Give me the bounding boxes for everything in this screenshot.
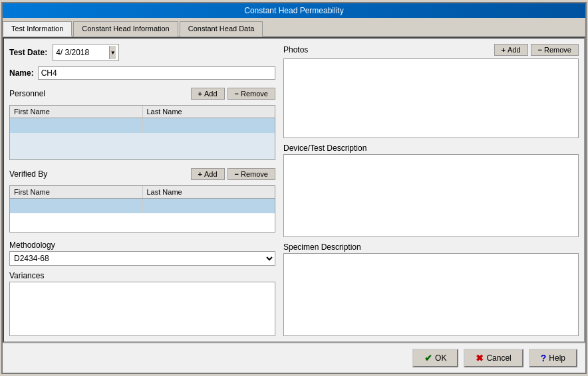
tab-test-information[interactable]: Test Information (3, 21, 72, 37)
device-description-section: Device/Test Description (283, 143, 579, 237)
test-date-input[interactable] (56, 48, 109, 57)
date-dropdown-btn[interactable]: ▼ (109, 46, 116, 59)
specimen-desc-label: Specimen Description (283, 242, 579, 252)
help-button[interactable]: ? Help (529, 349, 577, 367)
methodology-section: Methodology D2434-68 Other (9, 240, 275, 266)
cancel-label: Cancel (486, 353, 511, 363)
inner-content: Test Date: ▼ Name: Personnel + Add (3, 37, 585, 343)
tab-constant-head-information[interactable]: Constant Head Information (73, 21, 178, 37)
verified-remove-button[interactable]: − Remove (227, 168, 275, 180)
verified-add-button[interactable]: + Add (191, 168, 225, 180)
verified-grid-body (10, 199, 275, 232)
photos-btn-group: + Add − Remove (494, 44, 579, 56)
personnel-grid: First Name Last Name (9, 105, 275, 160)
variances-label: Variances (9, 271, 275, 280)
photos-remove-button[interactable]: − Remove (531, 44, 579, 56)
window-title: Constant Head Permeability (244, 6, 343, 15)
photos-label: Photos (283, 45, 308, 54)
device-desc-label: Device/Test Description (283, 143, 579, 153)
photos-add-button[interactable]: + Add (494, 44, 528, 56)
personnel-grid-header: First Name Last Name (10, 106, 275, 118)
cancel-icon: ✖ (476, 353, 484, 363)
main-window: Constant Head Permeability Test Informat… (1, 2, 587, 374)
ok-label: OK (435, 353, 446, 363)
name-row: Name: (9, 66, 275, 80)
name-input[interactable] (38, 66, 275, 80)
variances-textarea[interactable] (9, 282, 275, 336)
ok-icon: ✔ (424, 353, 432, 363)
personnel-col-firstname: First Name (10, 106, 143, 118)
left-panel: Test Date: ▼ Name: Personnel + Add (9, 44, 275, 336)
test-date-label: Test Date: (9, 48, 47, 57)
specimen-description-section: Specimen Description (283, 242, 579, 336)
personnel-grid-body (10, 118, 275, 159)
personnel-grid-empty (10, 133, 275, 159)
photos-box (283, 58, 579, 138)
methodology-select[interactable]: D2434-68 Other (9, 251, 275, 266)
verified-grid: First Name Last Name (9, 185, 275, 233)
test-date-row: Test Date: ▼ (9, 44, 275, 61)
verified-col-lastname: Last Name (143, 186, 275, 198)
verified-col-firstname: First Name (10, 186, 143, 198)
tab-constant-head-data[interactable]: Constant Head Data (180, 21, 263, 37)
variances-section: Variances (9, 271, 275, 336)
verified-selected-row[interactable] (10, 199, 275, 213)
personnel-label: Personnel (9, 89, 45, 98)
test-date-input-container: ▼ (53, 44, 119, 61)
personnel-remove-button[interactable]: − Remove (227, 88, 275, 100)
name-label: Name: (9, 68, 34, 78)
title-bar: Constant Head Permeability (3, 3, 585, 18)
photos-header: Photos + Add − Remove (283, 44, 579, 56)
personnel-btn-group: + Add − Remove (191, 88, 275, 100)
verified-btn-group: + Add − Remove (191, 168, 275, 180)
tab-bar: Test Information Constant Head Informati… (3, 18, 585, 37)
cancel-button[interactable]: ✖ Cancel (464, 349, 523, 367)
personnel-add-button[interactable]: + Add (191, 88, 225, 100)
verified-label: Verified By (9, 169, 47, 179)
verified-grid-header: First Name Last Name (10, 186, 275, 199)
personnel-col-lastname: Last Name (143, 106, 275, 118)
personnel-section-header: Personnel + Add − Remove (9, 88, 275, 100)
help-label: Help (549, 353, 565, 363)
ok-button[interactable]: ✔ OK (412, 349, 458, 367)
device-desc-box[interactable] (283, 154, 579, 237)
personnel-selected-row[interactable] (10, 118, 275, 133)
verified-section-header: Verified By + Add − Remove (9, 168, 275, 180)
photos-section: Photos + Add − Remove (283, 44, 579, 138)
methodology-label: Methodology (9, 240, 275, 250)
help-icon: ? (541, 353, 547, 363)
specimen-desc-box[interactable] (283, 253, 579, 336)
footer: ✔ OK ✖ Cancel ? Help (3, 343, 585, 373)
right-panel: Photos + Add − Remove D (283, 44, 579, 336)
